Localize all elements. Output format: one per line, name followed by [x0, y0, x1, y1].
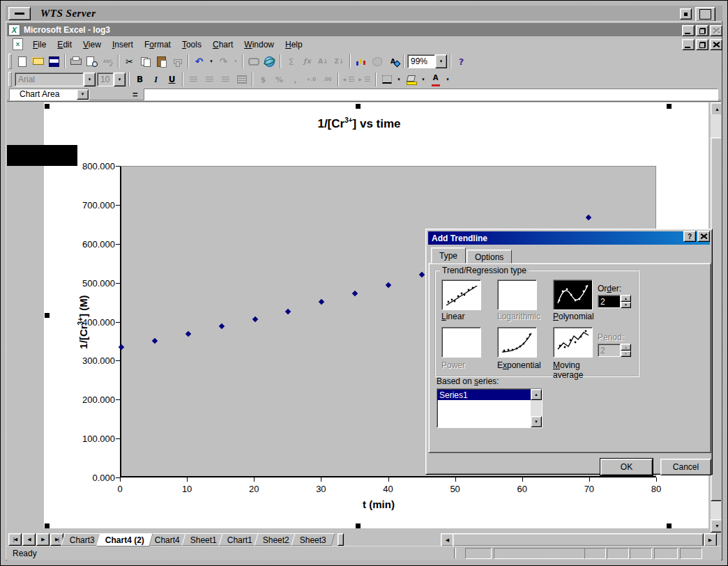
cut-button[interactable]: ✂ [121, 54, 137, 69]
chart-title[interactable]: 1/[Cr3+] vs time [237, 116, 481, 131]
menu-insert[interactable]: Insert [107, 38, 139, 52]
menu-tools[interactable]: Tools [176, 38, 207, 52]
order-spinner[interactable]: 2 ▲▼ [598, 295, 631, 308]
workbook-close-button[interactable] [710, 39, 722, 50]
name-box[interactable]: Chart Area ▼ [9, 89, 89, 100]
excel-title-bar[interactable]: Microsoft Excel - log3 [7, 23, 721, 36]
selection-handle[interactable] [667, 104, 672, 109]
selection-handle[interactable] [667, 523, 672, 528]
system-menu-button[interactable] [8, 7, 31, 20]
excel-logo-icon[interactable] [8, 24, 20, 36]
trendline-type-linear[interactable] [441, 280, 481, 310]
workbook-restore-button[interactable] [696, 39, 708, 50]
chart-wizard-button[interactable] [353, 54, 369, 69]
selection-handle[interactable] [45, 523, 50, 528]
new-button[interactable] [14, 54, 30, 69]
data-point[interactable] [386, 282, 391, 288]
font-name-value[interactable]: Arial [15, 72, 84, 86]
selection-handle[interactable] [45, 313, 50, 318]
zoom-combo[interactable]: 99%▼ [407, 54, 447, 68]
font-color-dropdown-icon[interactable]: ▼ [443, 72, 452, 87]
add-trendline-dialog[interactable]: Add Trendline ? TypeOptions Trend/Regres… [425, 229, 713, 475]
data-point[interactable] [152, 338, 158, 344]
wts-title-bar[interactable]: WTS Server [6, 6, 722, 22]
listbox-scrollbar[interactable]: ▲ ▼ [531, 389, 542, 427]
wts-minimize-button[interactable] [680, 8, 692, 20]
web-toolbar-button[interactable] [261, 54, 278, 69]
order-value[interactable]: 2 [598, 295, 621, 308]
sheet-tab-chart4-2-[interactable]: Chart4 (2) [96, 533, 153, 546]
y-axis-title[interactable]: 1/[Cr3+] (M) [77, 217, 89, 427]
borders-button[interactable] [379, 72, 395, 87]
app-minimize-button[interactable] [682, 25, 695, 36]
menu-format[interactable]: Format [139, 38, 176, 52]
data-point[interactable] [252, 316, 257, 322]
data-point[interactable] [352, 291, 358, 296]
app-restore-button[interactable] [696, 25, 708, 36]
undo-dropdown-icon[interactable]: ▼ [207, 54, 215, 69]
data-point[interactable] [185, 331, 191, 337]
underline-button[interactable]: U [164, 72, 180, 87]
arrow-down-icon[interactable]: ▼ [531, 416, 542, 427]
menu-edit[interactable]: Edit [52, 38, 77, 52]
prev-sheet-button[interactable]: ◀ [22, 533, 36, 546]
font-name-combo[interactable]: Arial▼ [15, 72, 96, 86]
spin-down-icon[interactable]: ▼ [621, 302, 631, 309]
redo-dropdown-icon[interactable]: ▼ [232, 54, 240, 69]
scrollbar-thumb[interactable] [453, 533, 704, 546]
menu-view[interactable]: View [77, 38, 107, 52]
trendline-type-moving-average[interactable] [553, 327, 593, 358]
x-axis-title[interactable]: t (min) [309, 498, 448, 510]
font-name-dropdown-button[interactable]: ▼ [84, 72, 96, 86]
font-color-button[interactable]: A [427, 72, 443, 87]
zoom-value[interactable]: 99% [407, 54, 435, 68]
save-button[interactable] [46, 54, 62, 69]
font-size-dropdown-button[interactable]: ▼ [114, 72, 126, 86]
dialog-title-bar[interactable]: Add Trendline [428, 231, 710, 245]
series-listbox[interactable]: Series1 ▲ ▼ [437, 388, 543, 428]
selection-handle[interactable] [356, 104, 361, 109]
selection-handle[interactable] [45, 104, 50, 109]
spin-up-icon[interactable]: ▲ [621, 295, 631, 302]
cancel-button[interactable]: Cancel [660, 459, 711, 475]
tab-split-handle[interactable] [338, 533, 344, 546]
tab-type[interactable]: Type [431, 247, 466, 263]
menu-window[interactable]: Window [238, 38, 280, 52]
scrollbar-track[interactable] [531, 400, 542, 416]
tab-options[interactable]: Options [467, 250, 512, 263]
fill-color-dropdown-icon[interactable]: ▼ [419, 72, 427, 87]
undo-button[interactable]: ↶ [191, 54, 207, 69]
bold-button[interactable]: B [132, 72, 148, 87]
menu-help[interactable]: Help [280, 38, 308, 52]
menu-chart[interactable]: Chart [207, 38, 238, 52]
italic-button[interactable]: I [148, 72, 164, 87]
paste-button[interactable] [153, 54, 169, 69]
sheet-tab-sheet3[interactable]: Sheet3 [291, 533, 335, 546]
zoom-dropdown-button[interactable]: ▼ [435, 54, 447, 68]
name-box-dropdown-button[interactable]: ▼ [77, 89, 89, 100]
data-point[interactable] [285, 308, 291, 314]
series-list-item[interactable]: Series1 [437, 390, 531, 400]
print-button[interactable] [68, 54, 84, 69]
print-preview-button[interactable] [84, 54, 100, 69]
trendline-type-polynomial[interactable] [553, 280, 593, 310]
first-sheet-button[interactable]: |◀ [8, 533, 22, 546]
dialog-help-button[interactable]: ? [683, 231, 696, 242]
data-point[interactable] [419, 272, 425, 277]
scroll-right-button[interactable]: ▶ [704, 533, 717, 546]
data-point[interactable] [586, 214, 591, 220]
data-point[interactable] [218, 323, 224, 329]
drawing-button[interactable]: A [385, 54, 401, 69]
ok-button[interactable]: OK [600, 459, 653, 475]
wts-maximize-button[interactable] [695, 7, 715, 22]
copy-button[interactable] [137, 54, 153, 69]
scroll-down-button[interactable]: ▼ [711, 519, 721, 533]
name-box-value[interactable]: Chart Area [10, 89, 77, 100]
workbook-minimize-button[interactable] [682, 39, 695, 50]
font-size-combo[interactable]: 10▼ [97, 72, 126, 86]
trendline-type-exponential[interactable] [497, 327, 537, 358]
data-point[interactable] [319, 299, 324, 305]
workbook-icon[interactable] [13, 38, 23, 50]
next-sheet-button[interactable]: ▶ [36, 533, 50, 546]
dialog-close-button[interactable] [697, 231, 710, 242]
